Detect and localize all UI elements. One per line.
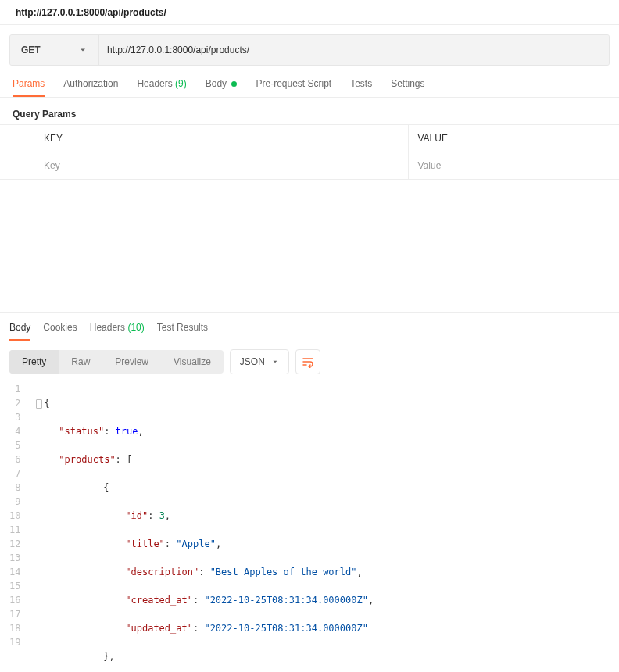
- response-tab-cookies[interactable]: Cookies: [43, 322, 77, 341]
- line-number: 7: [9, 466, 20, 481]
- line-number: 4: [9, 424, 20, 438]
- line-number: 2: [9, 396, 20, 410]
- line-number: 5: [9, 438, 20, 452]
- format-select[interactable]: JSON: [230, 349, 289, 374]
- tab-bar: http://127.0.0.1:8000/api/products/: [0, 0, 619, 25]
- line-gutter: 1 2 3 4 5 6 7 8 9 10 11 12 13 14 15 16 1…: [9, 382, 36, 672]
- line-number: 18: [9, 621, 20, 635]
- query-params-table: KEY VALUE Key Value: [0, 124, 619, 180]
- line-number: 12: [9, 537, 20, 551]
- line-number: 14: [9, 565, 20, 579]
- tab-authorization[interactable]: Authorization: [63, 78, 118, 97]
- line-number: 16: [9, 593, 20, 607]
- chevron-down-icon: [78, 45, 88, 55]
- wrap-lines-button[interactable]: [295, 349, 320, 374]
- table-header-row: KEY VALUE: [0, 125, 619, 152]
- tab-tests[interactable]: Tests: [350, 78, 372, 97]
- col-value: VALUE: [408, 125, 619, 152]
- response-tab-headers-label: Headers: [90, 322, 125, 333]
- query-params-title: Query Params: [0, 98, 619, 124]
- request-row: GET: [9, 34, 610, 66]
- visualize-button[interactable]: Visualize: [161, 350, 224, 374]
- tab-headers[interactable]: Headers (9): [137, 78, 186, 97]
- line-number: 3: [9, 410, 20, 424]
- table-row[interactable]: Key Value: [0, 152, 619, 180]
- line-number: 1: [9, 382, 20, 396]
- response-tab-headers-count: (10): [127, 322, 144, 333]
- tab-title[interactable]: http://127.0.0.1:8000/api/products/: [16, 7, 166, 18]
- pretty-button[interactable]: Pretty: [9, 350, 59, 374]
- tab-headers-label: Headers: [137, 78, 172, 89]
- format-label: JSON: [240, 356, 265, 367]
- preview-button[interactable]: Preview: [102, 350, 161, 374]
- wrap-icon: [302, 356, 314, 368]
- line-number: 19: [9, 635, 20, 649]
- body-indicator-dot: [231, 81, 237, 87]
- line-number: 17: [9, 607, 20, 621]
- col-key: KEY: [0, 125, 408, 152]
- tab-params[interactable]: Params: [13, 78, 45, 97]
- response-toolbar: Pretty Raw Preview Visualize JSON: [0, 341, 619, 382]
- response-tab-headers[interactable]: Headers (10): [90, 322, 145, 341]
- tab-body[interactable]: Body: [206, 78, 238, 97]
- response-tab-body[interactable]: Body: [9, 322, 30, 341]
- url-input[interactable]: [99, 35, 609, 65]
- response-tabs: Body Cookies Headers (10) Test Results: [0, 313, 619, 341]
- line-number: 6: [9, 452, 20, 466]
- value-input[interactable]: Value: [408, 152, 619, 180]
- line-number: 13: [9, 551, 20, 565]
- http-method-label: GET: [21, 45, 41, 55]
- line-number: 11: [9, 523, 20, 537]
- code-viewer[interactable]: 1 2 3 4 5 6 7 8 9 10 11 12 13 14 15 16 1…: [0, 382, 619, 672]
- tab-settings[interactable]: Settings: [391, 78, 424, 97]
- raw-button[interactable]: Raw: [59, 350, 102, 374]
- code-content[interactable]: { "status": true, "products": [ { "id": …: [36, 382, 374, 672]
- http-method-select[interactable]: GET: [10, 35, 99, 65]
- tab-headers-count: (9): [175, 78, 187, 89]
- line-number: 9: [9, 495, 20, 509]
- chevron-down-icon: [271, 358, 279, 366]
- line-number: 8: [9, 481, 20, 495]
- spacer: [0, 180, 619, 313]
- view-mode-segment: Pretty Raw Preview Visualize: [9, 350, 224, 374]
- request-tabs: Params Authorization Headers (9) Body Pr…: [0, 66, 619, 98]
- tab-prerequest[interactable]: Pre-request Script: [256, 78, 331, 97]
- response-tab-test-results[interactable]: Test Results: [157, 322, 208, 341]
- tab-body-label: Body: [206, 78, 227, 89]
- line-number: 10: [9, 509, 20, 523]
- key-input[interactable]: Key: [0, 152, 408, 180]
- line-number: 15: [9, 579, 20, 593]
